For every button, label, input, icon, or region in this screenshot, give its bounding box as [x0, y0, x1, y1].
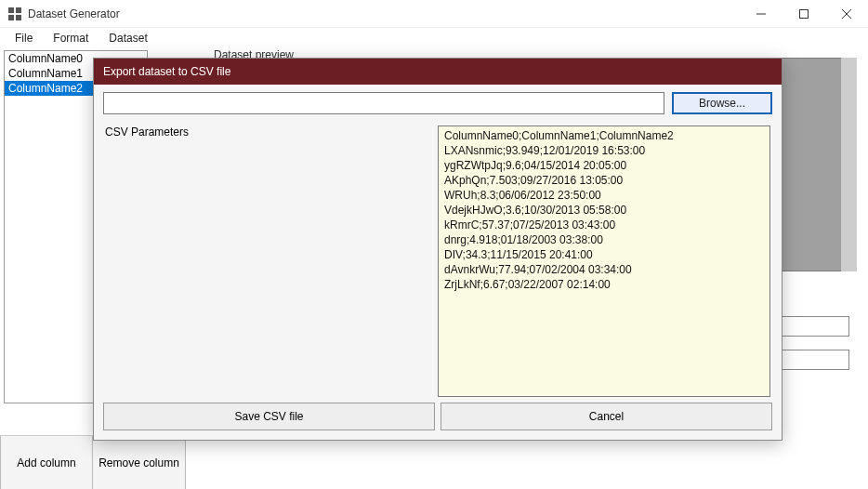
close-button[interactable]	[825, 0, 868, 27]
svg-rect-2	[8, 15, 14, 20]
cancel-label: Cancel	[589, 410, 624, 423]
maximize-button[interactable]	[783, 0, 825, 27]
menubar: File Format Dataset	[0, 28, 868, 48]
menu-file[interactable]: File	[6, 30, 42, 46]
file-path-input[interactable]	[103, 92, 664, 114]
add-column-label: Add column	[17, 456, 75, 469]
csv-preview[interactable]: ColumnName0;ColumnName1;ColumnName2 LXAN…	[438, 126, 770, 397]
browse-label: Browse...	[699, 97, 745, 110]
remove-column-button[interactable]: Remove column	[93, 436, 186, 489]
remove-column-label: Remove column	[99, 456, 179, 469]
svg-rect-5	[800, 9, 809, 18]
menu-format[interactable]: Format	[44, 30, 98, 46]
browse-button[interactable]: Browse...	[672, 92, 772, 114]
add-column-button[interactable]: Add column	[0, 436, 93, 489]
svg-rect-0	[8, 7, 14, 13]
save-csv-label: Save CSV file	[234, 410, 303, 423]
csv-parameters-label: CSV Parameters	[105, 126, 189, 139]
window-titlebar: Dataset Generator	[0, 0, 868, 28]
menu-dataset[interactable]: Dataset	[99, 30, 156, 46]
export-dialog: Export dataset to CSV file Browse... CSV…	[93, 58, 783, 441]
app-icon	[7, 7, 22, 21]
preview-scrollbar[interactable]	[841, 58, 857, 271]
svg-rect-1	[16, 7, 21, 13]
window-title: Dataset Generator	[28, 7, 740, 20]
save-csv-button[interactable]: Save CSV file	[103, 403, 435, 430]
minimize-button[interactable]	[740, 0, 783, 27]
cancel-button[interactable]: Cancel	[441, 403, 772, 430]
dialog-title: Export dataset to CSV file	[94, 59, 782, 85]
svg-rect-3	[16, 15, 21, 20]
